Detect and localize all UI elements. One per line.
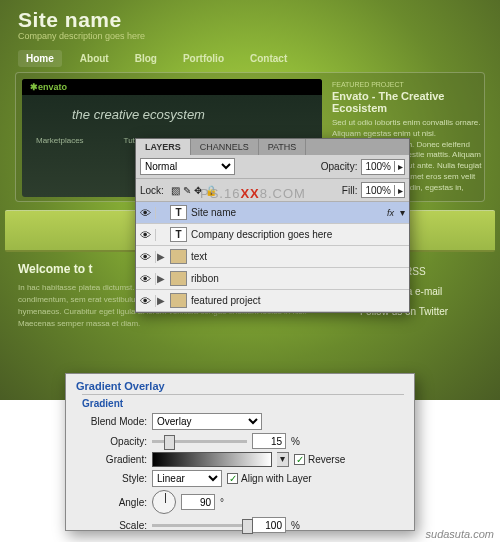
visibility-icon[interactable]: 👁 xyxy=(136,295,156,307)
gradient-swatch[interactable] xyxy=(152,452,272,467)
folder-icon xyxy=(170,249,187,264)
layer-row[interactable]: 👁▶ ribbon xyxy=(136,268,409,290)
text-layer-icon: T xyxy=(170,205,187,220)
visibility-icon[interactable]: 👁 xyxy=(136,229,156,241)
tab-channels[interactable]: CHANNELS xyxy=(191,139,259,155)
site-description: Company description goes here xyxy=(18,31,145,41)
opacity-input[interactable] xyxy=(252,433,286,449)
layer-name[interactable]: ribbon xyxy=(191,273,409,284)
disclosure-triangle-icon[interactable]: ▶ xyxy=(156,251,166,262)
layer-list: 👁 T Site name fx ▾ 👁 T Company descripti… xyxy=(136,202,409,312)
envato-tagline: the creative ecosystem xyxy=(72,107,322,122)
disclosure-triangle-icon[interactable]: ▶ xyxy=(156,273,166,284)
lock-brush-icon[interactable]: ✎ xyxy=(183,185,191,196)
gradient-overlay-panel[interactable]: Gradient Overlay Gradient Blend Mode: Ov… xyxy=(65,373,415,531)
opacity-slider[interactable] xyxy=(152,440,247,443)
featured-label: FEATURED PROJECT xyxy=(332,81,482,88)
panel-tabs: LAYERS CHANNELS PATHS xyxy=(136,139,409,155)
layer-name[interactable]: Company description goes here xyxy=(191,229,409,240)
chevron-right-icon[interactable]: ▸ xyxy=(394,161,404,172)
angle-dial[interactable] xyxy=(152,490,176,514)
layer-name[interactable]: Site name xyxy=(191,207,381,218)
reverse-checkbox[interactable]: ✓Reverse xyxy=(294,454,345,465)
nav-blog[interactable]: Blog xyxy=(127,50,165,67)
chevron-down-icon[interactable]: ▾ xyxy=(277,452,289,467)
layer-name[interactable]: featured project xyxy=(191,295,409,306)
layer-name[interactable]: text xyxy=(191,251,409,262)
lock-transparency-icon[interactable]: ▧ xyxy=(171,185,180,196)
angle-label: Angle: xyxy=(82,497,147,508)
visibility-icon[interactable]: 👁 xyxy=(136,207,156,219)
gradient-label: Gradient: xyxy=(82,454,147,465)
blend-mode-select[interactable]: Overlay xyxy=(152,413,262,430)
angle-input[interactable] xyxy=(181,494,215,510)
lock-icons: ▧ ✎ ✥ 🔒 xyxy=(171,185,217,196)
align-checkbox[interactable]: ✓Align with Layer xyxy=(227,473,312,484)
text-layer-icon: T xyxy=(170,227,187,242)
style-select[interactable]: Linear xyxy=(152,470,222,487)
lock-all-icon[interactable]: 🔒 xyxy=(205,185,217,196)
blend-mode-label: Blend Mode: xyxy=(82,416,147,427)
col-marketplaces: Marketplaces xyxy=(36,136,84,145)
layer-row[interactable]: 👁 T Site name fx ▾ xyxy=(136,202,409,224)
opacity-field[interactable]: 100%▸ xyxy=(361,159,405,175)
fx-badge[interactable]: fx xyxy=(381,208,400,218)
visibility-icon[interactable]: 👁 xyxy=(136,251,156,263)
layer-row[interactable]: 👁▶ text xyxy=(136,246,409,268)
lock-label: Lock: xyxy=(140,185,164,196)
percent-label: % xyxy=(291,520,300,531)
panel-title: Gradient Overlay xyxy=(76,380,404,392)
layers-panel[interactable]: LAYERS CHANNELS PATHS Normal Opacity: 10… xyxy=(135,138,410,313)
fill-label: Fill: xyxy=(342,185,358,196)
featured-title: Envato - The Creative Ecosistem xyxy=(332,90,482,114)
chevron-right-icon[interactable]: ▸ xyxy=(394,185,404,196)
opacity-label: Opacity: xyxy=(82,436,147,447)
fill-field[interactable]: 100%▸ xyxy=(361,182,405,198)
nav-contact[interactable]: Contact xyxy=(242,50,295,67)
style-label: Style: xyxy=(82,473,147,484)
tab-paths[interactable]: PATHS xyxy=(259,139,307,155)
scale-input[interactable] xyxy=(252,517,286,533)
scale-label: Scale: xyxy=(82,520,147,531)
nav-home[interactable]: Home xyxy=(18,50,62,67)
chevron-down-icon[interactable]: ▾ xyxy=(400,207,409,218)
nav-about[interactable]: About xyxy=(72,50,117,67)
visibility-icon[interactable]: 👁 xyxy=(136,273,156,285)
main-nav: Home About Blog Portfolio Contact xyxy=(18,50,295,67)
site-title: Site name xyxy=(18,8,122,32)
opacity-label: Opacity: xyxy=(321,161,358,172)
scale-slider[interactable] xyxy=(152,524,247,527)
percent-label: % xyxy=(291,436,300,447)
disclosure-triangle-icon[interactable]: ▶ xyxy=(156,295,166,306)
envato-logo: ✱envato xyxy=(30,82,67,92)
blend-mode-select[interactable]: Normal xyxy=(140,158,235,175)
degree-label: ° xyxy=(220,497,224,508)
welcome-title: Welcome to t xyxy=(18,262,92,276)
section-heading: Gradient xyxy=(82,394,404,409)
layer-row[interactable]: 👁 T Company description goes here xyxy=(136,224,409,246)
lock-move-icon[interactable]: ✥ xyxy=(194,185,202,196)
layer-row[interactable]: 👁▶ featured project xyxy=(136,290,409,312)
nav-portfolio[interactable]: Portfolio xyxy=(175,50,232,67)
image-credit: sudasuta.com xyxy=(426,528,494,540)
folder-icon xyxy=(170,271,187,286)
tab-layers[interactable]: LAYERS xyxy=(136,139,191,155)
folder-icon xyxy=(170,293,187,308)
